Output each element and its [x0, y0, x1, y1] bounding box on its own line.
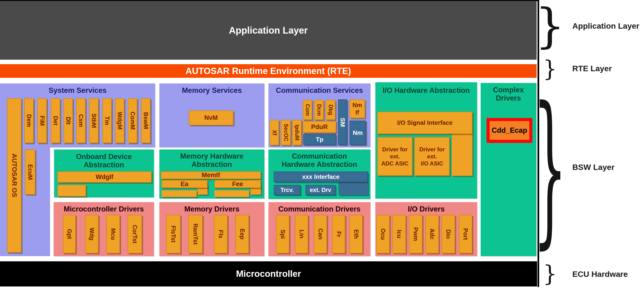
module-xxx-interface-leg — [338, 182, 368, 195]
module-wdg: Wdg — [85, 215, 98, 253]
io-asic-line2: ext. — [427, 153, 437, 160]
module-autosar-os: AUTOSAR OS — [7, 98, 22, 253]
application-layer-bar: Application Layer — [0, 1, 536, 60]
module-io-signal-interface: I/O Signal Interface — [377, 112, 472, 134]
module-port: Port — [459, 215, 472, 253]
module-fim: FiM — [37, 98, 47, 143]
module-det: Det — [51, 98, 60, 143]
communication-services-title: Communication Services — [268, 86, 370, 95]
module-ext-drv: ext. Drv — [306, 185, 336, 195]
module-bswm: BswM — [141, 98, 150, 143]
module-wdgm: WdgM — [115, 98, 124, 143]
ecu-hardware-brace: } — [540, 261, 560, 286]
module-io-signal-interface-leg — [452, 134, 472, 176]
module-eth: Eth — [350, 215, 363, 253]
module-csm: Csm — [76, 98, 86, 143]
side-label-rte-layer: RTE Layer — [572, 64, 612, 73]
module-nm-if: Nm If — [350, 100, 365, 118]
module-xxx-interface: xxx Interface — [274, 172, 368, 182]
module-com: Com — [303, 100, 312, 120]
module-tm: Tm — [102, 98, 112, 143]
module-flstst: FlsTst — [166, 215, 180, 253]
module-nm: Nm — [350, 120, 366, 145]
module-nvm: NvM — [189, 110, 234, 125]
module-comm: ComM — [128, 98, 137, 143]
module-ea: Ea — [162, 180, 208, 188]
application-layer-label: Application Layer — [229, 25, 308, 36]
rte-layer-bar: AUTOSAR Runtime Environment (RTE) — [0, 64, 536, 78]
module-xf: Xf — [270, 120, 279, 145]
module-eep: Eep — [235, 215, 249, 253]
io-hardware-abstraction-title: I/O Hardware Abstraction — [375, 86, 477, 95]
autosar-architecture-diagram: Application Layer AUTOSAR Runtime Enviro… — [0, 0, 644, 290]
module-ramtst: RamTst — [188, 215, 202, 253]
module-mcu: Mcu — [106, 215, 120, 253]
module-cortst: CorTst — [128, 215, 142, 253]
module-ocu: Ocu — [376, 215, 390, 253]
onboard-device-abstraction-title: Onboard Device Abstraction — [71, 153, 137, 169]
io-asic-line1: Driver for — [419, 146, 445, 153]
rte-label: AUTOSAR Runtime Environment (RTE) — [186, 66, 351, 76]
module-fls: Fls — [214, 215, 228, 253]
module-pdur: PduR — [303, 121, 336, 133]
io-drivers-title: I/O Drivers — [375, 205, 477, 214]
module-can: Can — [314, 215, 327, 253]
module-sm: SM — [338, 100, 347, 145]
module-ipdum: IpduM — [292, 120, 302, 145]
module-dio: Dio — [442, 215, 455, 253]
module-ea-sub — [162, 190, 197, 197]
adc-asic-line1: Driver for — [382, 146, 408, 153]
module-lin: Lin — [295, 215, 308, 253]
module-ecum: EcuM — [25, 150, 35, 194]
module-wdgif: WdgIf — [57, 171, 152, 182]
side-label-ecu-hardware: ECU Hardware — [572, 270, 628, 279]
module-onboard-unlabeled — [57, 185, 86, 196]
module-dlt: Dlt — [64, 98, 73, 143]
module-fr: Fr — [332, 215, 345, 253]
adc-asic-line2: ext. — [390, 153, 400, 160]
module-secoc: SecOC — [281, 120, 291, 145]
complex-drivers-title: Complex Drivers — [490, 86, 527, 102]
communication-drivers-title: Communication Drivers — [268, 205, 370, 214]
microcontroller-label: Microcontroller — [236, 269, 301, 279]
microcontroller-bar: Microcontroller — [0, 261, 537, 286]
module-driver-ext-adc-asic: Driver for ext. ADC ASIC — [377, 137, 412, 176]
microcontroller-drivers-title: Microcontroller Drivers — [54, 205, 154, 214]
module-gpt: Gpt — [63, 215, 76, 253]
io-asic-line3: I/O ASIC — [421, 160, 443, 167]
module-adc: Adc — [426, 215, 439, 253]
bsw-layer-brace: } — [547, 76, 553, 260]
module-icu: Icu — [392, 215, 406, 253]
module-tp: Tp — [303, 134, 336, 145]
side-label-application-layer: Application Layer — [572, 22, 639, 30]
side-label-bsw-layer: BSW Layer — [572, 163, 614, 172]
module-pwm: Pwm — [409, 215, 422, 253]
memory-services-title: Memory Services — [159, 86, 264, 95]
memory-drivers-title: Memory Drivers — [159, 205, 264, 214]
module-trcv: Trcv. — [274, 185, 300, 195]
module-cdd-ecap-highlighted: Cdd_Ecap — [486, 118, 532, 143]
module-dbg: Dbg — [326, 100, 336, 120]
memory-hardware-abstraction-title: Memory Hardware Abstraction — [179, 152, 245, 168]
module-stbm: StbM — [89, 98, 98, 143]
module-fee-sub — [214, 190, 249, 197]
module-fee: Fee — [214, 180, 261, 188]
module-dem: Dem — [24, 98, 34, 143]
module-spi: Spi — [276, 215, 289, 253]
module-nm-if-line1: Nm — [352, 102, 362, 109]
adc-asic-line3: ADC ASIC — [381, 160, 408, 167]
module-dcm: Dcm — [314, 100, 324, 120]
module-nm-if-line2: If — [356, 109, 359, 116]
system-services-title: System Services — [0, 86, 155, 95]
complex-drivers-panel — [481, 83, 536, 256]
communication-hardware-abstraction-title: Communication Hardware Abstraction — [280, 152, 359, 168]
module-memif: MemIf — [161, 171, 261, 179]
application-layer-brace: } — [540, 0, 560, 52]
module-driver-ext-io-asic: Driver for ext. I/O ASIC — [414, 137, 450, 176]
